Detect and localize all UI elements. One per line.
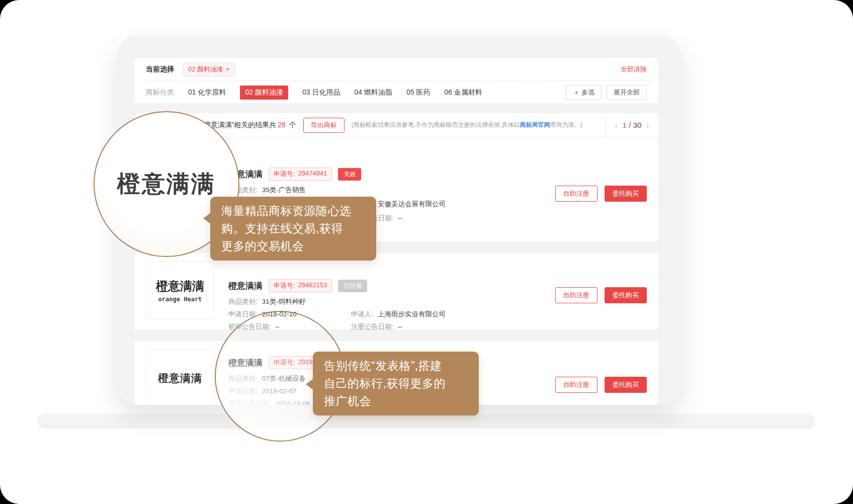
selected-filter-tag[interactable]: 02 颜料油漆 × [183, 62, 235, 76]
category-row-label: 商标分类 [146, 88, 174, 97]
row-actions-3: 自助注册 委托购买 [555, 377, 647, 393]
page-background: 当前选择 02 颜料油漆 × 全部清除 商标分类 01 化学原料 02 颜料油漆… [0, 0, 853, 504]
tooltip-promotion: 告别传统“发表格”,搭建 自己的标行,获得更多的 推广机会 [313, 352, 479, 415]
category-05[interactable]: 05 医药 [406, 88, 430, 97]
current-selection-row: 当前选择 02 颜料油漆 × 全部清除 [135, 58, 658, 80]
magnified-trademark-text: 橙意满满 [117, 169, 216, 200]
trademark-name: 橙意满满 [228, 280, 263, 292]
multi-select-button[interactable]: ＋ 多选 [566, 85, 602, 100]
expand-all-button[interactable]: 展开全部 [607, 85, 647, 100]
trademark-image-subtext: orange Heart [158, 296, 202, 303]
trademark-image-2: 橙意满满 orange Heart [146, 261, 214, 319]
row-actions-2: 自助注册 委托购买 [555, 287, 647, 303]
pagination-pages: 1 / 30 [622, 121, 641, 130]
category-06[interactable]: 06 金属材料 [444, 88, 482, 97]
self-register-button[interactable]: 自助注册 [555, 377, 598, 393]
category-row: 商标分类 01 化学原料 02 颜料油漆 03 日化用品 04 燃料油脂 05 … [135, 81, 658, 104]
applicant: 上海雨步实业有限公司 [378, 310, 446, 318]
pagination: ‹ 1 / 30 › [606, 113, 658, 137]
reg-publish-date: – [398, 214, 402, 222]
entrust-buy-button[interactable]: 委托购买 [605, 287, 647, 303]
trademark-info-2: 橙意满满 申请号:29482153 已注册 商品类别:31类-饲料种籽 申请日期… [228, 279, 555, 329]
trademark-row-2: 橙意满满 orange Heart 橙意满满 申请号:29482153 已注册 … [135, 253, 658, 329]
pagination-next-icon[interactable]: › [646, 120, 649, 130]
goods-category: 07类-机械设备 [262, 375, 306, 382]
category-02-active[interactable]: 02 颜料油漆 [240, 86, 288, 100]
goods-category: 35类-广告销售 [262, 186, 306, 194]
trademark-image-text: 橙意满满 [156, 278, 204, 294]
trademark-office-link[interactable]: 商标局官网 [520, 121, 550, 128]
entrust-buy-button[interactable]: 委托购买 [605, 186, 647, 202]
status-badge-invalid: 无效 [338, 168, 361, 181]
category-03[interactable]: 03 日化用品 [302, 88, 340, 97]
apply-date: 2018-02-10 [262, 310, 297, 318]
export-trademarks-button[interactable]: 导出商标 [303, 118, 345, 133]
goods-category: 31类-饲料种籽 [262, 298, 306, 305]
first-publish-date: 2018-10-06 [276, 400, 310, 405]
entrust-buy-button[interactable]: 委托购买 [605, 377, 647, 393]
pagination-prev-icon[interactable]: ‹ [615, 120, 618, 130]
filter-panel: 当前选择 02 颜料油漆 × 全部清除 商标分类 01 化学原料 02 颜料油漆… [135, 58, 658, 103]
self-register-button[interactable]: 自助注册 [555, 186, 598, 202]
trademark-image-text: 橙意满满 [158, 371, 202, 385]
clear-all-link[interactable]: 全部清除 [621, 65, 647, 74]
status-badge-registered: 已注册 [338, 280, 367, 292]
application-number-tag: 申请号:29474941 [269, 167, 332, 181]
trademark-name: 橙意满满 [228, 357, 263, 369]
category-01[interactable]: 01 化学原料 [188, 88, 226, 97]
disclaimer-text: (商标检索结果仅供参考,不作为商标能否注册的法律依据;具体以商标局官网查询为准。… [352, 121, 582, 129]
trademark-image-3: 橙意满满 [146, 349, 214, 405]
remove-tag-icon[interactable]: × [226, 65, 230, 73]
current-selection-label: 当前选择 [146, 65, 174, 74]
tooltip-marketplace: 海量精品商标资源随心选 购。支持在线交易,获得 更多的交易机会 [210, 197, 376, 261]
category-04[interactable]: 04 燃料油脂 [354, 88, 392, 97]
first-publish-date: – [276, 323, 280, 330]
results-count: 28 [276, 121, 287, 129]
application-number-tag: 申请号:29482153 [269, 279, 332, 292]
laptop-base [38, 413, 815, 429]
applicant: 安徽美达会展有限公司 [378, 200, 446, 208]
selected-filter-tag-label: 02 颜料油漆 [188, 65, 223, 74]
reg-publish-date: – [398, 323, 402, 330]
self-register-button[interactable]: 自助注册 [555, 287, 598, 303]
pagination-total: 30 [633, 121, 642, 129]
apply-date: 2018-02-07 [262, 387, 297, 395]
row-actions-1: 自助注册 委托购买 [555, 186, 647, 202]
pagination-current: 1 [622, 121, 626, 129]
